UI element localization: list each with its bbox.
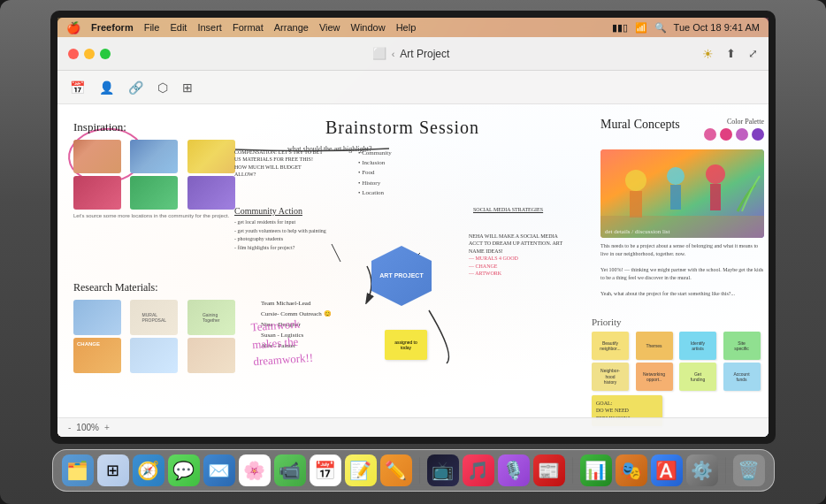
community-items-list: • Community• Inclusion• Food• History• L… (358, 149, 392, 198)
link-toolbar-icon[interactable]: 🔗 (128, 80, 143, 95)
photo-6[interactable] (187, 176, 235, 210)
inspiration-section: Inspiration: Let's source some more loca… (73, 120, 241, 218)
research-thumb-2[interactable]: MURALPROPOSAL (130, 300, 178, 335)
share-icon[interactable]: ⬆ (726, 47, 736, 60)
dock-podcasts[interactable]: 🎙️ (498, 454, 530, 486)
canvas-area[interactable]: Inspiration: Let's source some more loca… (57, 104, 769, 437)
dock-mail[interactable]: ✉️ (203, 454, 235, 486)
menu-edit[interactable]: Edit (170, 22, 187, 33)
dock-calendar[interactable]: 📅 (310, 454, 341, 486)
dock: 🗂️ ⊞ 🧭 💬 ✉️ 🌸 📹 (52, 449, 775, 492)
menu-file[interactable]: File (144, 22, 160, 33)
research-thumb-3[interactable]: GainingTogether (187, 300, 235, 335)
inspiration-label: Inspiration: (73, 120, 241, 134)
menu-format[interactable]: Format (233, 22, 264, 33)
traffic-lights (68, 49, 111, 59)
sticky-note-7[interactable]: Getfunding (679, 363, 716, 391)
brainstorm-question: what should the art highlight? (287, 145, 570, 153)
svg-rect-7 (710, 184, 721, 210)
menu-view[interactable]: View (319, 22, 340, 33)
photo-1[interactable] (73, 140, 121, 173)
dock-messages[interactable]: 💬 (168, 454, 200, 486)
window-toolbar-icon[interactable]: ⊞ (182, 80, 193, 95)
color-dot-3[interactable] (736, 128, 748, 141)
brainstorm-section: Brainstorm Session what should the art h… (234, 118, 570, 153)
mural-description: This needs to be a project about a sense… (600, 242, 764, 298)
photo-3[interactable] (187, 140, 235, 173)
menu-freeform[interactable]: Freeform (91, 22, 134, 33)
close-button[interactable] (68, 49, 79, 59)
dock-safari[interactable]: 🧭 (133, 454, 164, 486)
shape-toolbar-icon[interactable]: ⬡ (157, 80, 168, 95)
dock-finder[interactable]: 🗂️ (62, 454, 94, 486)
sticky-note-3[interactable]: Identifyartists (679, 332, 716, 360)
minimize-button[interactable] (84, 49, 95, 59)
svg-text:det details / discussion list: det details / discussion list (605, 228, 670, 235)
sun-icon: ☀ (702, 47, 714, 61)
sidebar-toggle-icon[interactable]: ⬜ (372, 47, 386, 60)
photo-2[interactable] (130, 140, 178, 173)
sticky-assigned-today[interactable]: assigned totoday (385, 330, 427, 360)
color-dot-4[interactable] (752, 128, 764, 141)
datetime: Tue Oct 18 9:41 AM (674, 22, 760, 33)
tv-icon: 📺 (432, 460, 454, 481)
mural-svg: det details / discussion list (600, 149, 764, 238)
dock-photos[interactable]: 🌸 (239, 454, 271, 486)
sticky-note-1[interactable]: Beautifyneighbor... (592, 332, 629, 360)
research-grid: MURALPROPOSAL GainingTogether CHANGE (73, 300, 241, 373)
person-toolbar-icon[interactable]: 👤 (99, 80, 114, 95)
menu-window[interactable]: Window (351, 22, 386, 33)
calendar-toolbar-icon[interactable]: 📅 (70, 80, 85, 95)
dock-keynote[interactable]: 🎭 (616, 454, 647, 486)
community-action-label: Community Action (234, 206, 302, 216)
dock-launchpad[interactable]: ⊞ (97, 454, 129, 486)
back-icon[interactable]: ‹ (392, 49, 395, 59)
sticky-note-themes[interactable]: Themes (636, 332, 673, 360)
research-thumb-5[interactable] (130, 338, 178, 373)
zoom-minus[interactable]: - (68, 423, 71, 432)
menu-help[interactable]: Help (396, 22, 417, 33)
dock-music[interactable]: 🎵 (463, 454, 494, 486)
dock-trash[interactable]: 🗑️ (733, 454, 765, 486)
dock-appstore[interactable]: 🅰️ (651, 454, 683, 486)
photo-5[interactable] (130, 176, 178, 210)
maximize-button[interactable] (100, 49, 111, 59)
menu-arrange[interactable]: Arrange (274, 22, 309, 33)
dock-facetime[interactable]: 📹 (274, 454, 306, 486)
dock-news[interactable]: 📰 (533, 454, 565, 486)
search-icon[interactable]: 🔍 (654, 22, 667, 34)
title-bar: ⬜ ‹ Art Project ☀ ⬆ ⤢ (57, 37, 769, 71)
inspiration-note: Let's source some more locations in the … (73, 213, 241, 218)
systemprefs-icon: ⚙️ (691, 460, 713, 481)
apple-logo-icon[interactable]: 🍎 (66, 21, 80, 34)
fullscreen-icon[interactable]: ⤢ (748, 47, 758, 60)
dock-numbers[interactable]: 📊 (580, 454, 612, 486)
teamwork-text: Teamworkmakes thedreamwork!! (250, 315, 314, 370)
photo-4[interactable] (73, 176, 121, 210)
color-dot-1[interactable] (704, 128, 716, 141)
sticky-note-5[interactable]: Neighbor-hoodhistory (592, 363, 629, 391)
dock-tv[interactable]: 📺 (427, 454, 459, 486)
research-thumb-1[interactable] (73, 300, 121, 335)
sticky-note-8[interactable]: Accountfunds (723, 363, 761, 391)
priority-section: Priority Beautifyneighbor... Themes Iden… (592, 317, 764, 426)
svg-rect-3 (630, 191, 642, 218)
color-dot-2[interactable] (720, 128, 732, 141)
dock-freeform[interactable]: ✏️ (380, 454, 412, 486)
menu-bar-right: ▮▮▯ 📶 🔍 Tue Oct 18 9:41 AM (612, 22, 760, 34)
zoom-level: 100% (76, 423, 99, 432)
svg-rect-5 (670, 185, 681, 210)
research-thumb-6[interactable] (187, 338, 235, 373)
sticky-note-6[interactable]: Networkingopport.. (636, 363, 673, 391)
research-thumb-4[interactable]: CHANGE (73, 338, 121, 373)
color-palette-area: Color Palette (704, 118, 764, 141)
dock-notes[interactable]: 📝 (345, 454, 377, 486)
freeform-window: ⬜ ‹ Art Project ☀ ⬆ ⤢ 📅 👤 🔗 ⬡ (57, 37, 769, 437)
sticky-note-4[interactable]: Sitespecific (723, 332, 761, 360)
dock-systemprefs[interactable]: ⚙️ (686, 454, 718, 486)
menu-insert[interactable]: Insert (197, 22, 222, 33)
wifi-icon: 📶 (635, 22, 647, 34)
zoom-plus[interactable]: + (104, 423, 110, 432)
document-title: Art Project (400, 48, 449, 60)
mural-section: Mural Concepts Color Palette (600, 118, 764, 298)
